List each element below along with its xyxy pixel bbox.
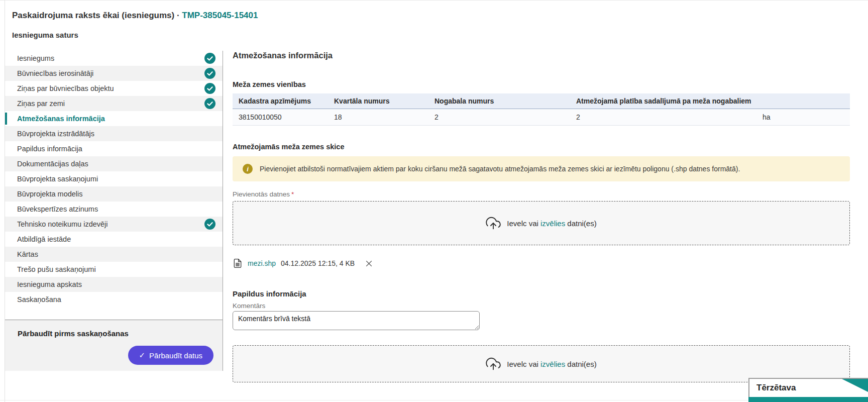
sidebar-item-label: Saskaņošana: [17, 295, 215, 304]
title-separator: ·: [174, 11, 182, 20]
sidebar-item[interactable]: Tehnisko noteikumu izdevēji: [5, 217, 223, 232]
file-meta: 04.12.2025 12:15, 4 KB: [281, 259, 355, 267]
col-platiba: Atmežojamā platība sadalījumā pa meža no…: [570, 93, 850, 109]
remove-file-icon[interactable]: [365, 259, 373, 268]
file-dropzone-additional[interactable]: Ievelc vai izvēlies datni(es): [233, 345, 850, 382]
sidebar-item-label: Atbildīgā iestāde: [17, 235, 215, 243]
sidebar-item-label: Ziņas par zemi: [17, 99, 200, 108]
sketch-section-title: Atmežojamās meža zemes skice: [233, 143, 850, 151]
chat-header[interactable]: Tērzētava: [748, 378, 868, 397]
choose-files-link[interactable]: izvēlies: [540, 360, 565, 368]
sidebar-item-label: Būvekspertīzes atzinums: [17, 205, 215, 213]
cell-nogabals: 2: [428, 109, 570, 126]
upload-hint-suffix: datni(es): [567, 219, 596, 228]
sidebar-item-label: Būvprojekta saskaņojumi: [17, 175, 215, 183]
main-content: Atmežošanas informācija Meža zemes vienī…: [233, 51, 850, 382]
main-section-title: Atmežošanas informācija: [233, 51, 850, 60]
attached-files-label-text: Pievienotās datnes: [233, 190, 290, 198]
cell-kvartals: 18: [328, 109, 428, 126]
sidebar-item-label: Papildus informācija: [17, 145, 215, 153]
application-sections-sidebar: IesniegumsBūvniecības ierosinātājiZiņas …: [5, 51, 223, 371]
check-panel-title: Pārbaudīt pirms saskaņošanas: [18, 329, 213, 338]
additional-info-title: Papildus informācija: [233, 289, 850, 298]
comment-label: Komentārs: [233, 302, 850, 310]
uploaded-file-row: mezi.shp 04.12.2025 12:15, 4 KB: [233, 258, 850, 268]
check-circle-icon: [204, 98, 215, 109]
comment-textarea[interactable]: Komentārs brīvā tekstā: [233, 311, 480, 330]
upload-hint-suffix: datni(es): [567, 360, 596, 368]
document-number-link[interactable]: TMP-385045-15401: [182, 11, 258, 20]
sidebar-list: IesniegumsBūvniecības ierosinātājiZiņas …: [5, 51, 223, 307]
info-banner: i Pievienojiet atbilstoši normatīvajiem …: [233, 156, 850, 181]
sidebar-item-label: Būvprojekta izstrādātājs: [17, 130, 215, 138]
chat-widget: Tērzētava: [748, 378, 868, 402]
file-document-icon: [233, 258, 243, 268]
sidebar-item[interactable]: Būvprojekta izstrādātājs: [5, 126, 223, 141]
required-asterisk: *: [291, 190, 294, 198]
page-bottom-edge: [0, 400, 868, 400]
sidebar-item-label: Trešo pušu saskaņojumi: [17, 265, 215, 273]
check-circle-icon: [204, 219, 215, 230]
attached-files-label: Pievienotās datnes*: [233, 190, 850, 198]
cloud-upload-icon: [486, 356, 501, 371]
sidebar-item-label: Ziņas par būvniecības objektu: [17, 84, 200, 92]
chat-corner-accent: [842, 379, 868, 392]
sidebar-item[interactable]: Būvekspertīzes atzinums: [5, 202, 223, 217]
forest-units-table: Kadastra apzīmējums Kvartāla numurs Noga…: [233, 93, 850, 126]
check-circle-icon: [204, 53, 215, 64]
file-dropzone-sketch[interactable]: Ievelc vai izvēlies datni(es): [233, 201, 850, 245]
table-row: 38150010050 18 2 2 ha: [233, 109, 850, 126]
sidebar-item[interactable]: Atmežošanas informācija: [5, 111, 223, 126]
page-title-text: Paskaidrojuma raksts ēkai (iesniegums): [12, 11, 174, 20]
info-icon: i: [243, 164, 253, 174]
check-circle-icon: [204, 83, 215, 94]
sidebar-item-label: Dokumentācijas daļas: [17, 160, 215, 168]
sidebar-title: Iesnieguma saturs: [12, 31, 78, 39]
sidebar-item[interactable]: Būvniecības ierosinātāji: [5, 66, 223, 81]
cell-unit: ha: [756, 109, 850, 126]
check-circle-icon: [204, 68, 215, 79]
cell-kadastrs: 38150010050: [233, 109, 328, 126]
page-title: Paskaidrojuma raksts ēkai (iesniegums) ·…: [12, 11, 258, 21]
sidebar-item[interactable]: Ziņas par būvniecības objektu: [5, 81, 223, 96]
sidebar-item[interactable]: Trešo pušu saskaņojumi: [5, 262, 223, 277]
col-nogabala: Nogabala numurs: [428, 93, 570, 109]
sidebar-item[interactable]: Kārtas: [5, 247, 223, 262]
sidebar-item[interactable]: Dokumentācijas daļas: [5, 156, 223, 171]
upload-hint: Ievelc vai izvēlies datni(es): [507, 360, 596, 368]
sidebar-item[interactable]: Būvprojekta modelis: [5, 186, 223, 202]
cell-platiba: 2: [570, 109, 756, 126]
check-icon: ✓: [139, 351, 146, 360]
check-data-button[interactable]: ✓ Pārbaudīt datus: [128, 346, 214, 365]
upload-hint-prefix: Ievelc vai: [507, 219, 538, 228]
sidebar-item-label: Būvprojekta modelis: [17, 190, 215, 198]
forest-units-title: Meža zemes vienības: [233, 80, 850, 88]
chat-accent-strip: [748, 397, 868, 402]
sidebar-item-label: Atmežošanas informācija: [17, 115, 215, 123]
col-kadastra: Kadastra apzīmējums: [233, 93, 328, 109]
check-data-button-label: Pārbaudīt datus: [149, 351, 202, 360]
sidebar-item[interactable]: Iesnieguma apskats: [5, 277, 223, 292]
info-banner-text: Pievienojiet atbilstoši normatīvajiem ak…: [260, 165, 740, 173]
file-name-link[interactable]: mezi.shp: [248, 259, 276, 267]
pre-approval-check-panel: Pārbaudīt pirms saskaņošanas ✓ Pārbaudīt…: [5, 320, 223, 371]
choose-files-link[interactable]: izvēlies: [540, 219, 565, 228]
col-kvartala: Kvartāla numurs: [328, 93, 428, 109]
sidebar-item-label: Tehnisko noteikumu izdevēji: [17, 220, 200, 228]
chat-title: Tērzētava: [756, 383, 796, 393]
sidebar-item[interactable]: Saskaņošana: [5, 292, 223, 307]
sidebar-item[interactable]: Ziņas par zemi: [5, 96, 223, 111]
sidebar-item-label: Būvniecības ierosinātāji: [17, 69, 200, 77]
cloud-upload-icon: [486, 216, 501, 231]
sidebar-item-label: Iesniegums: [17, 54, 200, 62]
table-header-row: Kadastra apzīmējums Kvartāla numurs Noga…: [233, 93, 850, 109]
sidebar-item[interactable]: Būvprojekta saskaņojumi: [5, 171, 223, 186]
sidebar-item[interactable]: Atbildīgā iestāde: [5, 232, 223, 247]
upload-hint: Ievelc vai izvēlies datni(es): [507, 219, 596, 228]
sidebar-item-label: Kārtas: [17, 250, 215, 258]
upload-hint-prefix: Ievelc vai: [507, 360, 538, 368]
sidebar-item[interactable]: Iesniegums: [5, 51, 223, 66]
sidebar-item[interactable]: Papildus informācija: [5, 141, 223, 156]
sidebar-item-label: Iesnieguma apskats: [17, 280, 215, 288]
